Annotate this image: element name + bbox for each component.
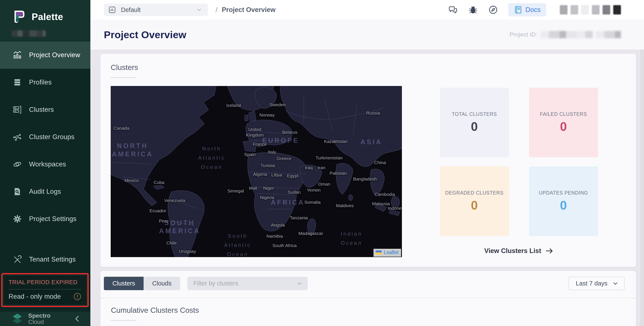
stat-label: FAILED CLUSTERS	[540, 111, 587, 117]
map-label: Maldives	[336, 203, 354, 208]
map-label: Belarus	[282, 130, 298, 135]
stat-value: 0	[560, 198, 567, 212]
docs-button[interactable]: Docs	[508, 3, 546, 16]
sidebar-item-label: Profiles	[29, 79, 52, 86]
redacted-avatar[interactable]	[613, 5, 621, 14]
stat-card-failed-clusters: FAILED CLUSTERS 0	[529, 88, 598, 157]
cluster-stats: TOTAL CLUSTERS 0 FAILED CLUSTERS 0 DEGRA…	[402, 86, 636, 257]
map-label: Oman	[318, 181, 330, 187]
vertical-scrollbar[interactable]	[640, 49, 644, 326]
map-label: Cuba	[154, 180, 164, 185]
date-range-selector[interactable]: Last 7 days	[568, 277, 624, 290]
map-label: Niger	[263, 185, 274, 191]
sidebar-item-tenant-settings[interactable]: Tenant Settings	[0, 246, 90, 273]
main-area: Default / Project Overview	[90, 0, 644, 326]
redacted-control[interactable]	[570, 5, 578, 14]
map-label: South Africa	[272, 243, 296, 248]
scope-selector-value: Default	[121, 6, 140, 13]
map-label: Ecuador	[150, 208, 166, 214]
date-range-value: Last 7 days	[576, 280, 608, 287]
map-label: Mali	[249, 185, 257, 191]
map-label: Indonesia	[388, 205, 402, 211]
map-label: Madagascar	[298, 230, 323, 236]
map-label: Malaysia	[372, 201, 390, 206]
map-label: Spain	[244, 152, 256, 157]
chart-mixed-icon	[13, 51, 22, 59]
topbar: Default / Project Overview	[90, 0, 644, 20]
alert-octagon-icon[interactable]	[73, 293, 82, 301]
stat-label: UPDATES PENDING	[539, 190, 588, 196]
tools-icon	[13, 255, 22, 264]
redacted-control[interactable]	[602, 5, 610, 14]
chat-icon[interactable]	[448, 5, 458, 15]
clusters-world-map[interactable]: IcelandSwedenNorwayRussiaCanadaUnited Ki…	[111, 86, 402, 257]
view-clusters-list-link[interactable]: View Clusters List	[484, 247, 554, 255]
bug-icon[interactable]	[468, 5, 478, 15]
map-label: Greece	[277, 156, 292, 161]
clusters-card: Clusters	[100, 54, 636, 267]
sidebar-nav: Project Overview Profiles Clusters	[0, 41, 90, 273]
chevron-down-icon	[612, 280, 618, 287]
map-label: Canada	[114, 126, 130, 131]
map-label: Iraq	[305, 165, 312, 170]
leaflet-link[interactable]: Leaflet	[384, 250, 398, 255]
map-label: Norway	[260, 112, 274, 118]
tab-clusters[interactable]: Clusters	[104, 277, 144, 290]
project-scope-selector[interactable]: Default	[104, 4, 208, 16]
title-underline	[111, 320, 136, 321]
docs-button-label: Docs	[526, 6, 540, 14]
sidebar-item-workspaces[interactable]: Workspaces	[0, 151, 90, 178]
map-label: Iceland	[226, 103, 241, 108]
spectro-cloud-logo-icon	[11, 313, 24, 325]
content-scroll-area: Clusters	[90, 49, 644, 326]
map-label: EUROPE	[262, 136, 299, 145]
layers-icon	[13, 78, 22, 87]
compass-icon[interactable]	[488, 5, 498, 15]
sidebar: Palette Project Overview	[0, 0, 90, 326]
map-label: United Kingdom	[246, 127, 264, 138]
map-label: Tunisia	[260, 163, 275, 168]
breadcrumb-separator: /	[216, 6, 218, 14]
redacted-control[interactable]	[560, 5, 568, 14]
sidebar-item-project-overview[interactable]: Project Overview	[0, 41, 90, 69]
page-header: Project Overview Project ID:	[90, 20, 644, 49]
map-label: Egypt	[287, 173, 298, 178]
divider	[8, 289, 82, 290]
stat-label: TOTAL CLUSTERS	[452, 111, 497, 117]
map-label: Somalia	[304, 199, 321, 205]
map-label: Algeria	[253, 171, 267, 177]
sidebar-footer: Spectro Cloud	[0, 312, 90, 326]
sidebar-item-clusters[interactable]: Clusters	[0, 96, 90, 123]
tab-label: Clouds	[152, 280, 171, 287]
map-label: Iran	[318, 165, 326, 170]
server-rack-icon	[13, 105, 22, 114]
sidebar-item-cluster-groups[interactable]: Cluster Groups	[0, 123, 90, 151]
chevron-left-icon[interactable]	[74, 315, 81, 322]
title-underline	[111, 77, 136, 78]
read-only-mode-label: Read - only mode	[8, 293, 61, 300]
sidebar-item-project-settings[interactable]: Project Settings	[0, 205, 90, 233]
filter-by-clusters-select[interactable]: Filter by clusters	[188, 277, 308, 290]
logo-wordmark: Palette	[32, 11, 63, 22]
sidebar-item-label: Project Overview	[29, 51, 80, 59]
tab-label: Clusters	[112, 280, 135, 287]
sidebar-item-label: Cluster Groups	[29, 133, 74, 141]
redacted-project-id	[540, 31, 593, 38]
map-label: Senegal	[227, 188, 244, 194]
leaflet-attribution[interactable]: Leaflet	[374, 249, 401, 257]
stat-card-degraded-clusters: DEGRADED CLUSTERS 0	[440, 166, 509, 236]
stat-card-updates-pending: UPDATES PENDING 0	[529, 166, 598, 236]
map-label: Italy	[268, 149, 276, 155]
redacted-control[interactable]	[592, 5, 600, 14]
sidebar-item-profiles[interactable]: Profiles	[0, 69, 90, 96]
map-label: Kazakhstan	[324, 139, 348, 144]
map-label: Mexico	[124, 178, 139, 183]
sidebar-item-audit-logs[interactable]: Audit Logs	[0, 178, 90, 205]
arrow-right-icon	[545, 247, 554, 255]
sidebar-item-label: Workspaces	[29, 161, 66, 168]
redacted-control[interactable]	[581, 5, 589, 14]
view-clusters-list-label: View Clusters List	[484, 247, 541, 255]
tab-clouds[interactable]: Clouds	[144, 277, 180, 290]
stat-card-total-clusters: TOTAL CLUSTERS 0	[440, 88, 509, 157]
sidebar-item-label: Project Settings	[29, 215, 76, 223]
